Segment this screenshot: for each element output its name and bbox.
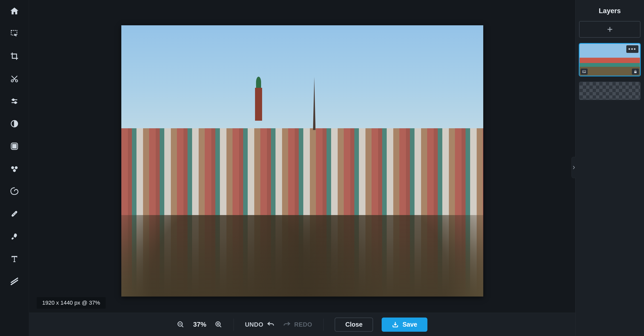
center-column: 1920 x 1440 px @ 37% 37% UNDO: [29, 0, 575, 336]
chevron-right-icon: [572, 165, 575, 170]
heal-tool[interactable]: [7, 208, 22, 219]
zoom-in-icon: [215, 321, 222, 328]
clone-tool[interactable]: [7, 163, 22, 174]
redo-label: REDO: [294, 321, 312, 328]
select-tool[interactable]: [7, 28, 22, 39]
marker-icon: [10, 277, 19, 286]
adjust-icon: [10, 97, 19, 106]
home-button[interactable]: [7, 6, 22, 17]
lock-icon: [633, 70, 637, 74]
draw-tool[interactable]: [7, 276, 22, 287]
crop-icon: [10, 52, 19, 60]
layers-title: Layers: [576, 0, 644, 21]
svg-point-17: [15, 166, 17, 169]
add-layer-button[interactable]: [579, 21, 640, 38]
layer-lock-badge[interactable]: [632, 69, 639, 75]
decorative-spire: [313, 77, 315, 130]
redo-icon: [283, 321, 291, 328]
layer-item-1[interactable]: •••: [579, 43, 640, 76]
svg-point-18: [13, 169, 16, 172]
svg-point-14: [14, 147, 15, 148]
svg-point-7: [12, 144, 13, 145]
svg-point-20: [13, 214, 14, 215]
cut-tool[interactable]: [7, 73, 22, 84]
brush-tool[interactable]: [7, 231, 22, 242]
svg-point-1: [11, 80, 13, 82]
layer-type-badge: [581, 69, 588, 75]
svg-point-11: [14, 146, 15, 147]
svg-rect-19: [11, 211, 18, 217]
svg-point-4: [15, 102, 16, 103]
divider: [234, 319, 234, 331]
layer-item-2[interactable]: [579, 82, 640, 100]
save-button[interactable]: Save: [382, 318, 427, 332]
svg-point-2: [15, 80, 18, 82]
svg-point-21: [15, 213, 15, 214]
undo-icon: [267, 321, 274, 328]
svg-rect-25: [634, 71, 636, 73]
canvas-viewport[interactable]: 1920 x 1440 px @ 37%: [29, 0, 575, 313]
svg-point-3: [12, 99, 14, 101]
layer-menu-button[interactable]: •••: [626, 45, 638, 53]
zoom-level: 37%: [193, 321, 206, 328]
svg-point-8: [14, 144, 15, 145]
bottom-bar: 37% UNDO REDO Close: [29, 313, 575, 336]
decorative-tower: [255, 88, 262, 121]
close-label: Close: [345, 321, 362, 328]
redo-button[interactable]: REDO: [283, 321, 312, 328]
adjust-tool[interactable]: [7, 96, 22, 107]
contrast-tool[interactable]: [7, 118, 22, 129]
svg-point-12: [15, 146, 16, 147]
text-tool[interactable]: [7, 253, 22, 264]
plus-icon: [606, 26, 613, 33]
undo-button[interactable]: UNDO: [245, 321, 274, 328]
app-root: 1920 x 1440 px @ 37% 37% UNDO: [0, 0, 644, 336]
heal-icon: [10, 209, 19, 218]
filter-grid-icon: [10, 142, 19, 151]
canvas-status: 1920 x 1440 px @ 37%: [37, 297, 106, 309]
artboard[interactable]: [121, 25, 483, 297]
svg-point-16: [11, 166, 14, 169]
clone-icon: [10, 164, 19, 173]
zoom-out-button[interactable]: [177, 321, 185, 328]
left-toolbar: [0, 0, 29, 336]
spiral-icon: [10, 187, 19, 196]
action-buttons: Close Save: [335, 318, 427, 332]
close-button[interactable]: Close: [335, 318, 373, 332]
download-icon: [392, 321, 399, 328]
cut-icon: [10, 74, 19, 83]
contrast-icon: [10, 119, 19, 128]
svg-point-10: [12, 146, 13, 147]
divider: [323, 319, 324, 331]
svg-point-9: [15, 144, 16, 145]
layers-panel: Layers •••: [575, 0, 644, 336]
svg-point-13: [12, 147, 13, 148]
home-icon: [10, 6, 19, 16]
layer-thumbnail: [580, 82, 640, 99]
zoom-controls: 37%: [177, 321, 222, 328]
crop-tool[interactable]: [7, 51, 22, 62]
liquify-tool[interactable]: [7, 186, 22, 197]
brush-icon: [10, 232, 19, 241]
panel-collapse-handle[interactable]: [571, 157, 576, 178]
filter-tool[interactable]: [7, 141, 22, 152]
select-icon: [10, 29, 19, 38]
zoom-in-button[interactable]: [215, 321, 222, 328]
image-icon: [582, 70, 586, 74]
undo-label: UNDO: [245, 321, 263, 328]
layer-list: •••: [576, 21, 644, 100]
history-controls: UNDO REDO: [245, 321, 312, 328]
svg-point-15: [15, 147, 16, 148]
zoom-out-icon: [177, 321, 185, 328]
text-icon: [10, 255, 19, 263]
save-label: Save: [402, 321, 417, 328]
